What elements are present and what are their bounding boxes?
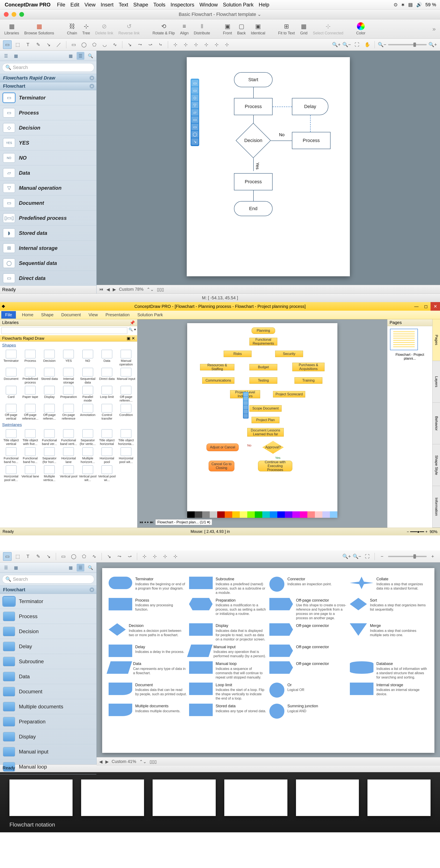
shape-sequential-data[interactable]: Sequential data — [78, 368, 97, 384]
tool-h[interactable]: ⬠ — [80, 552, 88, 561]
win-max[interactable]: ◻ — [421, 302, 431, 311]
shape-manual-operation[interactable]: Manual operation — [117, 350, 135, 366]
shape-no[interactable]: NO — [78, 350, 97, 366]
tab-pages[interactable]: Pages — [433, 319, 440, 361]
s3-lib-document[interactable]: Document — [0, 684, 96, 699]
node-start[interactable]: Start — [234, 72, 273, 87]
tool-j[interactable]: ↘ — [105, 552, 113, 561]
shape-vertical-lane[interactable]: Vertical lane — [21, 465, 39, 482]
tool-conn-round[interactable]: ⤷ — [156, 40, 165, 49]
shape-decision[interactable]: Decision — [40, 350, 59, 366]
ribbon-deletelink[interactable]: ⊘Delete link — [95, 22, 113, 35]
shape-multiple-horizont-[interactable]: Multiple horizont... — [78, 447, 97, 464]
ribbon-identical[interactable]: ▣Identical — [251, 22, 265, 35]
tool-p[interactable]: ⊹ — [171, 552, 180, 561]
ribbon-front[interactable]: ▣Front — [223, 22, 232, 35]
lib-direct[interactable]: ▭Direct data — [0, 271, 96, 286]
shape-off-page-referen-[interactable]: Off-page referen... — [40, 404, 59, 420]
ribbon-color[interactable]: Color — [356, 22, 366, 35]
zoom-minus[interactable]: 🔍− — [378, 40, 386, 49]
zoom-plus[interactable]: 🔍+ — [429, 40, 437, 49]
s3-lib-terminator[interactable]: Terminator — [0, 594, 96, 609]
zoom-out-icon[interactable]: 🔍− — [353, 552, 361, 561]
gallery-thumb-5[interactable] — [296, 779, 359, 816]
rapid-bar-win[interactable] — [243, 392, 248, 418]
tool-chain5[interactable]: ⊹ — [212, 40, 221, 49]
bluetooth-icon[interactable]: ∗ — [401, 2, 405, 7]
zoom-out-icon[interactable]: − — [407, 530, 409, 534]
tool-line[interactable]: ／ — [55, 40, 63, 49]
s3-lib-multiple-documents[interactable]: Multiple documents — [0, 699, 96, 714]
zoom-in-icon[interactable]: 🔍+ — [342, 552, 351, 561]
shape-off-page-vertical[interactable]: Off-page vertical — [2, 404, 21, 420]
side-d[interactable]: ☰ — [77, 564, 84, 571]
s3-panel-header[interactable]: Flowchart× — [0, 586, 96, 594]
shape-title-object-with-five-[interactable]: Title object with five... — [21, 429, 39, 445]
s3-search[interactable]: 🔍 Search — [2, 575, 94, 584]
gallery-thumb-4[interactable] — [224, 779, 287, 816]
lib-process[interactable]: ▭Process — [0, 105, 96, 120]
tool-select[interactable]: ▭ — [3, 552, 11, 561]
zoom-in-icon[interactable]: + — [425, 530, 428, 534]
shape-functional-band-verti-[interactable]: Functional band verti... — [59, 429, 78, 445]
s3-lib-preparation[interactable]: Preparation — [0, 714, 96, 729]
shape-process[interactable]: Process — [21, 350, 39, 366]
tool-m[interactable]: ⊹ — [140, 552, 149, 561]
lib-stored[interactable]: ◗Stored data — [0, 226, 96, 241]
tool-text[interactable]: T — [24, 40, 32, 49]
side-list-icon[interactable]: ☰ — [77, 52, 84, 60]
menu-view[interactable]: View — [84, 2, 96, 8]
menu-tools[interactable]: Tools — [153, 2, 165, 8]
zoom-button[interactable] — [19, 12, 24, 17]
shape-vertical-pool-wit-[interactable]: Vertical pool wit... — [78, 465, 97, 482]
shape-off-page-referen-[interactable]: Off-page referen... — [117, 386, 135, 402]
page-tabs[interactable]: ⏮ ◀ ▶ ⏭ Flowchart - Project plan... (1/1… — [139, 519, 212, 525]
shape-horizontal-pool-wit-[interactable]: Horizontal pool wit... — [117, 447, 135, 464]
menu-help[interactable]: Help — [259, 2, 269, 8]
tab-information[interactable]: Information — [433, 486, 440, 528]
gallery-thumb-6[interactable] — [368, 779, 431, 816]
shape-horizontal-pool[interactable]: Horizontal pool — [97, 447, 116, 464]
win-canvas[interactable]: Planning Functional Requirements Risks S… — [137, 319, 387, 528]
tool-chain1[interactable]: ⊹ — [171, 40, 180, 49]
zoom-value[interactable]: 90% — [430, 530, 437, 534]
ribbon-expand-icon[interactable]: » — [432, 26, 436, 32]
tool-arc[interactable]: ◡ — [100, 40, 109, 49]
tab-shapestyle[interactable]: Shape Style — [433, 444, 440, 486]
menu-text[interactable]: Text — [119, 2, 128, 8]
shape-document[interactable]: Document — [2, 368, 21, 384]
s3-lib-decision[interactable]: Decision — [0, 624, 96, 639]
n-scope[interactable]: Scope Document — [249, 405, 281, 412]
win-close[interactable]: ✕ — [431, 302, 440, 311]
side-c[interactable]: ▦ — [67, 564, 74, 571]
tool-zoomfit[interactable]: ⛶ — [353, 40, 361, 49]
nav-next-icon[interactable]: ▶ — [113, 287, 116, 292]
tab-layers[interactable]: Layers — [433, 361, 440, 403]
shape-condition[interactable]: Condition — [117, 404, 135, 420]
shape-manual-input[interactable]: Manual input — [117, 368, 135, 384]
ribbon-browse[interactable]: ▦Browse Solutions — [24, 22, 54, 35]
tool-conn-arc[interactable]: ⤻ — [146, 40, 155, 49]
menu-presentation[interactable]: Presentation — [102, 311, 134, 319]
view-pages-icon[interactable]: ▯▯▯ — [157, 287, 164, 292]
shape-off-page-reference-[interactable]: Off-page reference... — [21, 404, 39, 420]
n-cancel[interactable]: Cancel Go to Closing — [209, 461, 234, 471]
tool-chain3[interactable]: ⊹ — [192, 40, 200, 49]
shape-paper-tape[interactable]: Paper tape — [21, 386, 39, 402]
shape-vertical-pool[interactable]: Vertical pool — [59, 465, 78, 482]
tool-zoomout[interactable]: 🔍− — [342, 40, 351, 49]
ribbon-grid[interactable]: ▦Grid — [300, 22, 308, 35]
shape-horizontal-pool-wit-[interactable]: Horizontal pool wit... — [2, 465, 21, 482]
tool-i[interactable]: ∿ — [90, 552, 99, 561]
menu-shape[interactable]: Shape — [133, 2, 148, 8]
tool-zoomin[interactable]: 🔍+ — [332, 40, 341, 49]
shape-title-object-horizonta-[interactable]: Title object horizonta... — [117, 429, 135, 445]
ribbon-distribute[interactable]: ⫴Distribute — [194, 22, 210, 35]
tool-conn-direct[interactable]: ↘ — [125, 40, 134, 49]
section-shapes[interactable]: Shapes — [0, 342, 137, 349]
gallery-thumb-1[interactable] — [9, 779, 72, 816]
node-process3[interactable]: Process — [234, 173, 273, 190]
n-plan[interactable]: Project Plan — [251, 417, 279, 423]
tool-f[interactable]: ▭ — [59, 552, 68, 561]
lib-terminator[interactable]: ▭Terminator — [0, 90, 96, 105]
